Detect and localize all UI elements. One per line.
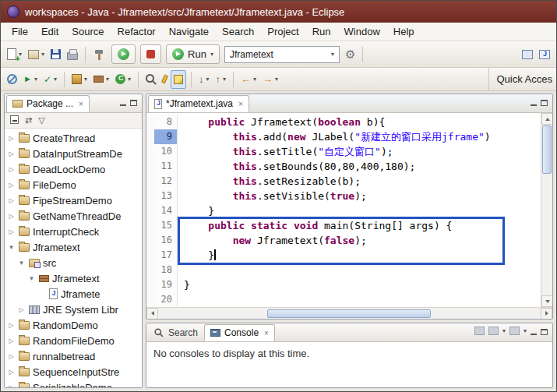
run-small-button[interactable]: ► ▾ xyxy=(21,70,40,89)
menu-item-file[interactable]: File xyxy=(5,23,34,40)
scroll-left-button[interactable] xyxy=(146,308,158,320)
tree-item-randomfiledemo[interactable]: ▷RandomFileDemo xyxy=(5,333,142,348)
breakpoint-margin[interactable] xyxy=(146,189,154,203)
breakpoint-margin[interactable] xyxy=(146,144,154,159)
chevron-expanded-icon[interactable]: ▼ xyxy=(27,275,36,282)
tree-item-sequenceinputstre[interactable]: ▷SequenceInputStre xyxy=(5,364,142,380)
save-button[interactable] xyxy=(48,45,63,64)
horizontal-scroll-thumb[interactable] xyxy=(267,309,431,318)
chevron-collapsed-icon[interactable]: ▷ xyxy=(7,135,16,142)
tree-item-getnamethreadde[interactable]: ▷GetNameThreadDe xyxy=(5,208,142,224)
link-with-editor-button[interactable]: ⇄ xyxy=(25,115,32,125)
minimize-view-button[interactable] xyxy=(120,95,126,109)
menu-item-edit[interactable]: Edit xyxy=(35,23,65,40)
tab-package-explorer[interactable]: Package ... × xyxy=(6,95,90,112)
display-console-button[interactable] xyxy=(488,324,499,338)
pin-console-button[interactable] xyxy=(474,324,485,338)
skip-breakpoints-button[interactable] xyxy=(5,70,19,89)
chevron-collapsed-icon[interactable]: ▷ xyxy=(7,337,16,344)
chevron-down-icon[interactable]: ▾ xyxy=(502,328,506,334)
next-annotation-button[interactable]: ↓ ▾ xyxy=(196,70,212,89)
chevron-collapsed-icon[interactable]: ▷ xyxy=(7,322,16,329)
menu-item-run[interactable]: Run xyxy=(306,23,337,40)
code-line-19[interactable]: 19} xyxy=(146,277,541,292)
terminate-button[interactable] xyxy=(140,44,161,64)
code-line-16[interactable]: 16 new Jframetext(false); xyxy=(146,233,541,248)
tree-item-jframete[interactable]: Jframete xyxy=(5,286,142,302)
breakpoint-margin[interactable] xyxy=(146,263,154,277)
breakpoint-margin[interactable] xyxy=(146,129,154,144)
code-area[interactable]: 8 public Jframetext(boolean b){9 this.ad… xyxy=(146,113,541,307)
code-line-8[interactable]: 8 public Jframetext(boolean b){ xyxy=(146,115,541,129)
new-java-project-button[interactable]: ▾ xyxy=(69,70,90,89)
new-class-button[interactable]: ▾ xyxy=(113,70,133,89)
tree-item-runnalbetread[interactable]: ▷runnalbetread xyxy=(5,348,142,364)
tree-item-fipestreamdemo[interactable]: ▷FipeStreamDemo xyxy=(5,192,142,208)
tab-console[interactable]: Console × xyxy=(204,324,275,341)
open-console-button[interactable] xyxy=(509,324,520,338)
minimize-editor-button[interactable] xyxy=(531,95,537,109)
code-line-15[interactable]: 15 public static void main(String[] args… xyxy=(146,218,541,233)
scroll-right-button[interactable] xyxy=(541,308,552,320)
coverage-button[interactable]: ✓ ▾ xyxy=(41,70,59,89)
tree-item-jre-system-libr[interactable]: ▷JRE System Libr xyxy=(5,302,142,317)
chevron-collapsed-icon[interactable]: ▷ xyxy=(7,166,16,173)
previous-annotation-button[interactable]: ↑ ▾ xyxy=(213,70,229,89)
code-line-20[interactable]: 20 xyxy=(146,292,541,307)
breakpoint-margin[interactable] xyxy=(146,203,154,218)
chevron-collapsed-icon[interactable]: ▷ xyxy=(17,306,26,313)
chevron-collapsed-icon[interactable]: ▷ xyxy=(7,213,16,220)
search-button[interactable] xyxy=(160,70,169,89)
breakpoint-margin[interactable] xyxy=(146,292,154,307)
tab-search[interactable]: Search xyxy=(148,324,203,341)
chevron-expanded-icon[interactable]: ▼ xyxy=(17,260,26,267)
menu-item-window[interactable]: Window xyxy=(338,23,386,40)
launch-config-combo[interactable]: Jframetext ▾ xyxy=(224,46,340,63)
tree-item-filedemo[interactable]: ▷FileDemo xyxy=(5,177,142,192)
tree-item-datainputstreamde[interactable]: ▷DataInputStreamDe xyxy=(5,146,142,161)
print-button[interactable] xyxy=(65,45,80,64)
chevron-collapsed-icon[interactable]: ▷ xyxy=(7,182,16,189)
back-button[interactable]: ← ▾ xyxy=(238,70,259,89)
collapse-all-button[interactable] xyxy=(10,115,19,125)
breakpoint-margin[interactable] xyxy=(146,277,154,292)
code-line-17[interactable]: 17 } xyxy=(146,248,541,263)
run-last-launch-button[interactable] xyxy=(111,44,136,64)
code-line-13[interactable]: 13 this.setVisible(true); xyxy=(146,189,541,203)
tree-item-src[interactable]: ▼src xyxy=(5,255,142,270)
breakpoint-margin[interactable] xyxy=(146,233,154,248)
breakpoint-margin[interactable] xyxy=(146,159,154,174)
breakpoint-margin[interactable] xyxy=(146,115,154,129)
maximize-console-button[interactable] xyxy=(541,324,548,338)
code-line-18[interactable]: 18 xyxy=(146,263,541,277)
build-button[interactable] xyxy=(90,45,108,64)
new-button[interactable]: ▾ xyxy=(5,45,24,64)
chevron-down-icon[interactable]: ▾ xyxy=(524,328,527,334)
run-button[interactable]: Run ▾ xyxy=(166,44,220,64)
java-perspective-button[interactable] xyxy=(537,45,552,64)
menu-item-navigate[interactable]: Navigate xyxy=(163,23,215,40)
chevron-collapsed-icon[interactable]: ▷ xyxy=(7,150,16,157)
chevron-collapsed-icon[interactable]: ▷ xyxy=(7,353,16,360)
breakpoint-margin[interactable] xyxy=(146,174,154,189)
view-menu-button[interactable]: ▽ xyxy=(38,115,44,125)
menu-item-refactor[interactable]: Refactor xyxy=(111,23,162,40)
horizontal-scrollbar[interactable] xyxy=(146,307,552,319)
chevron-collapsed-icon[interactable]: ▷ xyxy=(7,197,16,204)
chevron-collapsed-icon[interactable]: ▷ xyxy=(7,384,16,388)
close-icon[interactable]: × xyxy=(264,329,269,337)
close-icon[interactable]: × xyxy=(79,100,83,108)
menu-item-help[interactable]: Help xyxy=(387,23,421,40)
vertical-scroll-thumb[interactable] xyxy=(542,125,552,174)
chevron-collapsed-icon[interactable]: ▷ xyxy=(7,369,16,376)
menu-item-source[interactable]: Source xyxy=(65,23,110,40)
maximize-view-button[interactable] xyxy=(130,95,137,109)
forward-button[interactable]: → ▾ xyxy=(260,70,280,89)
code-line-14[interactable]: 14 } xyxy=(146,203,541,218)
tree-item-interruptcheck[interactable]: ▷InterruptCheck xyxy=(5,224,142,239)
tab-jframetext-java[interactable]: *Jframetext.java × xyxy=(148,95,249,112)
minimize-console-button[interactable] xyxy=(531,324,537,338)
close-icon[interactable]: × xyxy=(238,100,243,108)
new-package-button[interactable]: ▾ xyxy=(91,70,111,89)
open-perspective-button[interactable] xyxy=(520,45,535,64)
